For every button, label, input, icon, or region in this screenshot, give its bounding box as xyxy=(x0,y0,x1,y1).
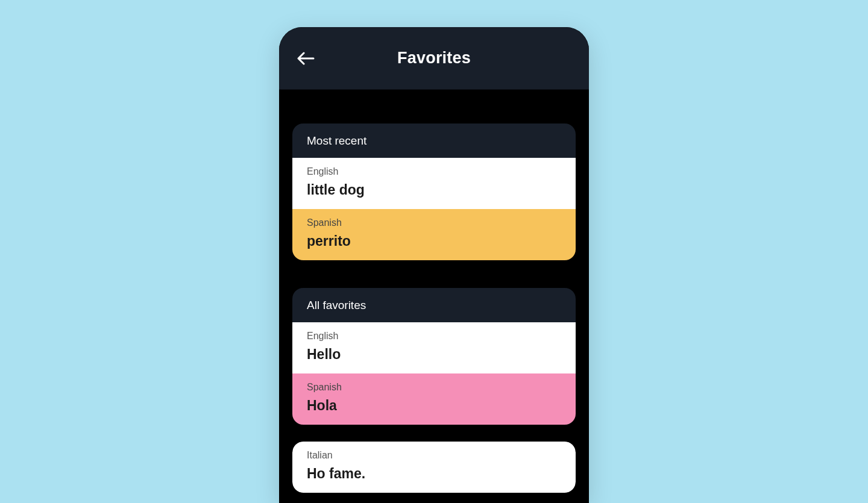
translation-text: Hola xyxy=(307,398,561,414)
page-title: Favorites xyxy=(279,49,589,67)
language-label: Spanish xyxy=(307,217,561,228)
language-label: Italian xyxy=(307,450,561,461)
language-label: English xyxy=(307,166,561,177)
language-label: English xyxy=(307,331,561,342)
language-label: Spanish xyxy=(307,382,561,393)
section-heading-recent: Most recent xyxy=(292,123,576,158)
translation-target-card[interactable]: Spanish perrito xyxy=(292,209,576,260)
section-all-favorites: All favorites English Hello Spanish Hola… xyxy=(292,288,576,493)
back-button[interactable] xyxy=(294,46,318,70)
favorite-card-group: Italian Ho fame. xyxy=(292,442,576,493)
translation-source-card[interactable]: English Hello xyxy=(292,322,576,373)
translation-text: perrito xyxy=(307,233,561,249)
arrow-left-icon xyxy=(297,52,315,65)
recent-card-stack: English little dog Spanish perrito xyxy=(292,158,576,260)
device-frame: Favorites Most recent English little dog… xyxy=(279,27,589,503)
content-area: Most recent English little dog Spanish p… xyxy=(279,90,589,493)
translation-text: little dog xyxy=(307,182,561,198)
translation-target-card[interactable]: Spanish Hola xyxy=(292,373,576,425)
translation-source-card[interactable]: English little dog xyxy=(292,158,576,209)
translation-source-card[interactable]: Italian Ho fame. xyxy=(292,442,576,493)
section-most-recent: Most recent English little dog Spanish p… xyxy=(292,123,576,260)
app-header: Favorites xyxy=(279,27,589,90)
favorite-card-group: English Hello Spanish Hola xyxy=(292,322,576,425)
section-heading-all: All favorites xyxy=(292,288,576,322)
translation-text: Hello xyxy=(307,346,561,363)
translation-text: Ho fame. xyxy=(307,466,561,482)
